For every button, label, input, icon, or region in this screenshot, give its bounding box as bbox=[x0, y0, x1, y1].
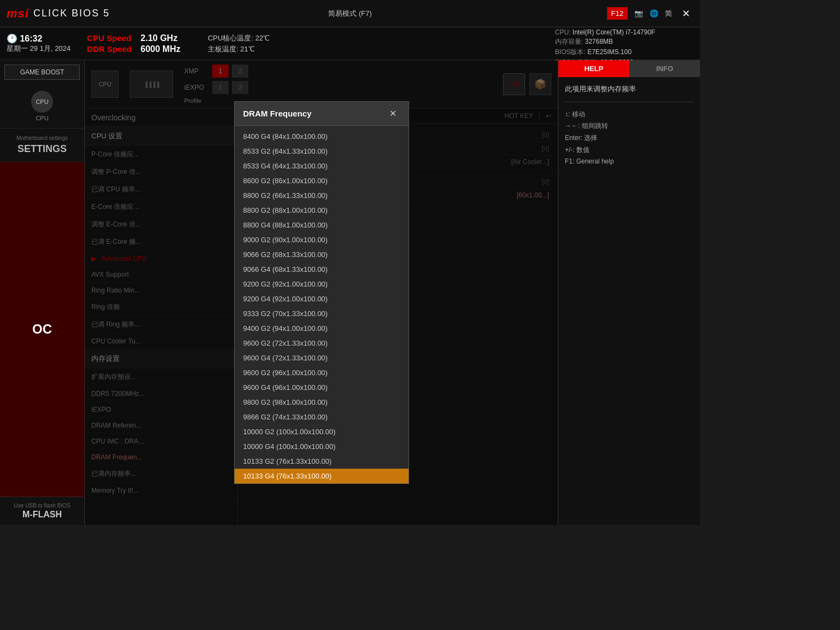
modal-list-item[interactable]: 9066 G2 (68x1.33x100.00) bbox=[235, 247, 409, 262]
ddr-speed-label: DDR Speed bbox=[87, 44, 136, 54]
modal-list-item[interactable]: 9333 G2 (70x1.33x100.00) bbox=[235, 306, 409, 321]
settings-sublabel: Motherboard settings bbox=[16, 135, 68, 141]
tab-help[interactable]: HELP bbox=[558, 60, 629, 77]
info-bar: 🕐 16:32 星期一 29 1月, 2024 CPU Speed 2.10 G… bbox=[0, 27, 700, 60]
simple-mode-button[interactable]: 简易模式 (F7) bbox=[328, 9, 371, 19]
help-key-item: Enter: 选择 bbox=[565, 132, 693, 144]
modal-list-item[interactable]: 8600 G2 (86x1.00x100.00) bbox=[235, 173, 409, 188]
sidebar-cpu-label: CPU bbox=[36, 115, 48, 121]
cpu-icon: CPU bbox=[31, 91, 53, 113]
modal-list-item[interactable]: 8800 G2 (66x1.33x100.00) bbox=[235, 188, 409, 203]
click-bios-title: CLICK BIOS 5 bbox=[33, 8, 110, 19]
cpu-speed-row: CPU Speed 2.10 GHz bbox=[87, 33, 180, 43]
mflash-main-label: M-FLASH bbox=[22, 510, 62, 520]
modal-list-item[interactable]: 8533 G2 (64x1.33x100.00) bbox=[235, 144, 409, 159]
sidebar-nav: CPU CPU Motherboard settings SETTINGS OC… bbox=[0, 84, 84, 525]
modal-list-item[interactable]: 10000 G2 (100x1.00x100.00) bbox=[235, 424, 409, 439]
help-key-item: ↕: 移动 bbox=[565, 109, 693, 121]
cpu-speed-value: 2.10 GHz bbox=[141, 33, 178, 43]
bios-ver-info: BIOS版本: E7E25IMS.100 bbox=[555, 48, 693, 57]
help-divider bbox=[565, 102, 693, 102]
top-bar: msi CLICK BIOS 5 简易模式 (F7) F12 📷 🌐 简 ✕ bbox=[0, 0, 700, 27]
center-content: CPU ▐▐▐▐ XMP 1 2 iEXPO 1 2 Profile bbox=[85, 60, 558, 525]
sidebar-item-mflash[interactable]: Use USB to flash BIOS M-FLASH bbox=[0, 497, 84, 525]
ddr-speed-row: DDR Speed 6000 MHz bbox=[87, 44, 180, 54]
modal-list-item[interactable]: 8400 G4 (84x1.00x100.00) bbox=[235, 129, 409, 144]
date-display: 星期一 29 1月, 2024 bbox=[7, 44, 71, 54]
speed-section: CPU Speed 2.10 GHz DDR Speed 6000 MHz bbox=[87, 33, 180, 54]
modal-list-item[interactable]: 8800 G2 (88x1.00x100.00) bbox=[235, 203, 409, 218]
globe-icon[interactable]: 🌐 bbox=[650, 9, 658, 18]
modal-list-item[interactable]: 9000 G2 (90x1.00x100.00) bbox=[235, 232, 409, 247]
modal-list[interactable]: 8000 G4 (80x1.00x100.00)8200 G2 (82x1.00… bbox=[235, 126, 409, 483]
modal-list-item[interactable]: 9800 G2 (98x1.00x100.00) bbox=[235, 395, 409, 410]
game-boost-button[interactable]: GAME BOOST bbox=[4, 65, 80, 80]
cpu-speed-label: CPU Speed bbox=[87, 33, 136, 43]
modal-list-item[interactable]: 10133 G2 (76x1.33x100.00) bbox=[235, 454, 409, 469]
modal-list-item[interactable]: 10000 G4 (100x1.00x100.00) bbox=[235, 439, 409, 454]
mb-temp-row: 主板温度: 21℃ bbox=[208, 44, 270, 54]
modal-title: DRAM Frequency bbox=[243, 109, 312, 118]
right-panel: HELP INFO 此项用来调整内存频率 ↕: 移动→←: 组间跳转Enter:… bbox=[558, 60, 700, 525]
top-right-controls: F12 📷 🌐 简 ✕ bbox=[607, 7, 693, 21]
sidebar-item-oc[interactable]: OC bbox=[0, 162, 84, 497]
help-keys: ↕: 移动→←: 组间跳转Enter: 选择+/-: 数值F1: General… bbox=[565, 109, 693, 168]
f12-button[interactable]: F12 bbox=[607, 7, 628, 20]
modal-list-item[interactable]: 9866 G2 (74x1.33x100.00) bbox=[235, 410, 409, 424]
msi-logo: msi bbox=[7, 7, 29, 21]
settings-main-label: SETTINGS bbox=[18, 143, 67, 155]
modal-header: DRAM Frequency ✕ bbox=[235, 102, 409, 126]
modal-list-item[interactable]: 9600 G2 (72x1.33x100.00) bbox=[235, 336, 409, 351]
mem-info: 内存容量: 32768MB bbox=[555, 37, 693, 46]
left-sidebar: GAME BOOST CPU CPU Motherboard settings … bbox=[0, 60, 85, 525]
ddr-speed-value: 6000 MHz bbox=[141, 44, 180, 54]
sidebar-item-cpu[interactable]: CPU CPU bbox=[0, 84, 84, 129]
tab-info[interactable]: INFO bbox=[629, 60, 701, 77]
cpu-temp-row: CPU核心温度: 22℃ bbox=[208, 33, 270, 43]
top-center: 简易模式 (F7) bbox=[328, 9, 371, 19]
modal-close-button[interactable]: ✕ bbox=[386, 107, 400, 120]
modal-list-item[interactable]: 9400 G2 (94x1.00x100.00) bbox=[235, 321, 409, 336]
modal-list-item[interactable]: 9200 G2 (92x1.00x100.00) bbox=[235, 277, 409, 291]
modal-list-item[interactable]: 8533 G4 (64x1.33x100.00) bbox=[235, 159, 409, 173]
help-text: 此项用来调整内存频率 bbox=[565, 84, 693, 95]
cpu-info: CPU: Intel(R) Core(TM) i7-14790F bbox=[555, 28, 693, 36]
modal-list-item[interactable]: 9600 G2 (96x1.00x100.00) bbox=[235, 365, 409, 380]
time-display: 🕐 16:32 bbox=[7, 33, 71, 44]
dram-frequency-modal: DRAM Frequency ✕ 8000 G4 (80x1.00x100.00… bbox=[234, 101, 409, 484]
oc-label: OC bbox=[32, 322, 52, 337]
modal-list-item[interactable]: 9200 G4 (92x1.00x100.00) bbox=[235, 291, 409, 306]
modal-list-item[interactable]: 10133 G4 (76x1.33x100.00) bbox=[235, 469, 409, 483]
help-key-item: F1: General help bbox=[565, 156, 693, 168]
temp-section: CPU核心温度: 22℃ 主板温度: 21℃ bbox=[208, 33, 270, 54]
main-layout: GAME BOOST CPU CPU Motherboard settings … bbox=[0, 60, 700, 525]
help-key-item: +/-: 数值 bbox=[565, 144, 693, 156]
modal-list-item[interactable]: 8800 G4 (88x1.00x100.00) bbox=[235, 218, 409, 232]
right-panel-tabs: HELP INFO bbox=[558, 60, 700, 77]
modal-list-item[interactable]: 9600 G4 (72x1.33x100.00) bbox=[235, 351, 409, 365]
clock-icon: 🕐 bbox=[7, 34, 18, 43]
modal-overlay: DRAM Frequency ✕ 8000 G4 (80x1.00x100.00… bbox=[85, 60, 558, 525]
time-section: 🕐 16:32 星期一 29 1月, 2024 bbox=[7, 33, 71, 54]
sidebar-item-settings[interactable]: Motherboard settings SETTINGS bbox=[0, 129, 84, 162]
lang-button[interactable]: 简 bbox=[665, 9, 672, 19]
screenshot-button[interactable]: 📷 bbox=[634, 9, 643, 18]
close-button[interactable]: ✕ bbox=[679, 7, 693, 21]
modal-list-item[interactable]: 9066 G4 (68x1.33x100.00) bbox=[235, 262, 409, 277]
help-content: 此项用来调整内存频率 ↕: 移动→←: 组间跳转Enter: 选择+/-: 数值… bbox=[558, 77, 700, 525]
cpu-icon-symbol: CPU bbox=[36, 98, 48, 105]
mflash-sublabel: Use USB to flash BIOS bbox=[14, 503, 71, 509]
help-key-item: →←: 组间跳转 bbox=[565, 120, 693, 132]
modal-list-item[interactable]: 9600 G4 (96x1.00x100.00) bbox=[235, 380, 409, 395]
